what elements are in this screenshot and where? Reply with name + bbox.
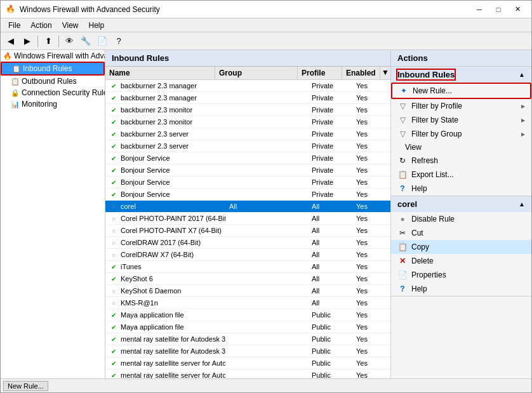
tree-outbound-label: Outbound Rules bbox=[22, 77, 77, 86]
filter-profile-action[interactable]: ▽ Filter by Profile bbox=[391, 99, 531, 113]
row-profile: All bbox=[308, 249, 352, 260]
inbound-rules-actions-header: Inbound Rules ▲ bbox=[391, 67, 531, 83]
export-list-action[interactable]: 📋 Export List... bbox=[391, 168, 531, 182]
table-row[interactable]: ○ corel All All Yes bbox=[105, 201, 390, 213]
row-status-icon: ○ bbox=[109, 202, 118, 211]
toolbar-properties[interactable]: 🔧 bbox=[78, 34, 93, 49]
minimize-button[interactable]: ─ bbox=[470, 3, 488, 16]
table-row[interactable]: ✔ Maya application file Public Yes bbox=[105, 321, 390, 333]
delete-action[interactable]: ✕ Delete bbox=[391, 254, 531, 268]
new-rule-label: New Rule... bbox=[413, 86, 452, 95]
row-status-icon: ✔ bbox=[109, 81, 118, 90]
row-status-icon: ✔ bbox=[109, 274, 118, 283]
inbound-collapse-toggle[interactable]: ▲ bbox=[519, 71, 525, 78]
table-row[interactable]: ✔ Maya application file Public Yes bbox=[105, 309, 390, 321]
row-enabled: Yes bbox=[352, 225, 390, 236]
table-row[interactable]: ✔ mental ray satellite server for Autode… bbox=[105, 357, 390, 370]
table-row[interactable]: ✔ backburner 2.3 server Private Yes bbox=[105, 128, 390, 140]
filter-state-action[interactable]: ▽ Filter by State bbox=[391, 113, 531, 127]
disable-rule-action[interactable]: ● Disable Rule bbox=[391, 212, 531, 226]
table-row[interactable]: ○ KeyShot 6 Daemon All Yes bbox=[105, 285, 390, 297]
table-row[interactable]: ✔ iTunes All Yes bbox=[105, 261, 390, 273]
table-row[interactable]: ✔ Bonjour Service Private Yes bbox=[105, 152, 390, 164]
toolbar-up[interactable]: ⬆ bbox=[41, 34, 56, 49]
table-row[interactable]: ○ KMS-R@1n All Yes bbox=[105, 297, 390, 309]
col-profile[interactable]: Profile bbox=[298, 67, 342, 79]
maximize-button[interactable]: □ bbox=[489, 3, 507, 16]
filter-group-icon: ▽ bbox=[397, 129, 408, 139]
row-name: ○ KeyShot 6 Daemon bbox=[105, 285, 225, 296]
copy-label: Copy bbox=[411, 243, 429, 251]
filter-group-action[interactable]: ▽ Filter by Group bbox=[391, 127, 531, 141]
copy-action[interactable]: 📋 Copy bbox=[391, 240, 531, 254]
table-row[interactable]: ✔ KeyShot 6 All Yes bbox=[105, 273, 390, 285]
close-button[interactable]: ✕ bbox=[509, 3, 526, 16]
corel-title: corel bbox=[397, 199, 417, 209]
menu-view[interactable]: View bbox=[57, 20, 84, 31]
tree-item-monitoring[interactable]: 📊 Monitoring bbox=[1, 98, 105, 110]
table-row[interactable]: ✔ backburner 2.3 monitor Private Yes bbox=[105, 104, 390, 116]
row-name: ○ Corel PHOTO-PAINT X7 (64-Bit) bbox=[105, 225, 225, 236]
table-row[interactable]: ✔ mental ray satellite for Autodesk 3ds … bbox=[105, 333, 390, 345]
row-name: ✔ Bonjour Service bbox=[105, 164, 225, 176]
table-row[interactable]: ✔ backburner 2.3 monitor Private Yes bbox=[105, 116, 390, 128]
table-row[interactable]: ✔ Bonjour Service Private Yes bbox=[105, 164, 390, 177]
actions-section: Actions bbox=[391, 50, 531, 67]
table-row[interactable]: ○ CorelDRAW 2017 (64-Bit) All Yes bbox=[105, 237, 390, 249]
menu-help[interactable]: Help bbox=[84, 20, 110, 31]
disable-label: Disable Rule bbox=[411, 215, 455, 223]
col-enabled[interactable]: Enabled bbox=[342, 67, 380, 79]
cut-action[interactable]: ✂ Cut bbox=[391, 226, 531, 240]
table-row[interactable]: ✔ mental ray satellite server for Autode… bbox=[105, 370, 390, 378]
row-profile: Public bbox=[308, 345, 352, 357]
delete-label: Delete bbox=[411, 256, 434, 265]
help-corel-action[interactable]: ? Help bbox=[391, 282, 531, 296]
row-name: ✔ mental ray satellite for Autodesk 3ds … bbox=[105, 333, 225, 345]
row-status-icon: ○ bbox=[109, 286, 118, 295]
view-label: View bbox=[405, 143, 422, 152]
toolbar-help[interactable]: ? bbox=[111, 34, 126, 49]
col-group[interactable]: Group bbox=[215, 67, 298, 79]
corel-collapse-toggle[interactable]: ▲ bbox=[519, 201, 525, 208]
row-name: ○ CorelDRAW X7 (64-Bit) bbox=[105, 249, 225, 260]
table-row[interactable]: ○ CorelDRAW X7 (64-Bit) All Yes bbox=[105, 249, 390, 261]
help-inbound-action[interactable]: ? Help bbox=[391, 182, 531, 196]
menu-file[interactable]: File bbox=[3, 20, 25, 31]
row-profile: Private bbox=[308, 116, 352, 128]
table-row[interactable]: ✔ backburner 2.3 manager Private Yes bbox=[105, 92, 390, 104]
tree-item-inbound-rules[interactable]: 📋 Inbound Rules bbox=[1, 62, 105, 76]
table-row[interactable]: ✔ backburner 2.3 manager Private Yes bbox=[105, 80, 390, 92]
menu-action[interactable]: Action bbox=[25, 20, 57, 31]
refresh-action[interactable]: ↻ Refresh bbox=[391, 154, 531, 168]
col-name[interactable]: Name bbox=[105, 67, 215, 79]
toolbar: ◀ ▶ ⬆ 👁 🔧 📄 ? bbox=[1, 32, 531, 50]
copy-icon: 📋 bbox=[397, 242, 408, 252]
table-row[interactable]: ✔ Bonjour Service Private Yes bbox=[105, 177, 390, 189]
view-action[interactable]: View bbox=[391, 141, 531, 154]
properties-action[interactable]: 📄 Properties bbox=[391, 268, 531, 282]
table-row[interactable]: ✔ mental ray satellite for Autodesk 3ds … bbox=[105, 345, 390, 357]
row-profile: All bbox=[308, 297, 352, 309]
row-profile: Private bbox=[308, 152, 352, 164]
table-row[interactable]: ○ Corel PHOTO-PAINT 2017 (64-Bit) All Ye… bbox=[105, 213, 390, 225]
new-rule-action[interactable]: ✦ New Rule... bbox=[391, 83, 531, 99]
toolbar-back[interactable]: ◀ bbox=[3, 34, 18, 49]
table-row[interactable]: ✔ Bonjour Service Private Yes bbox=[105, 189, 390, 201]
row-enabled: Yes bbox=[352, 140, 390, 152]
tree-item-connection-security[interactable]: 🔒 Connection Security Rules bbox=[1, 87, 105, 98]
table-row[interactable]: ✔ backburner 2.3 server Private Yes bbox=[105, 140, 390, 152]
tree-outbound-icon: 📋 bbox=[11, 77, 20, 86]
row-profile: All bbox=[308, 285, 352, 296]
tree-root[interactable]: 🔥 Windows Firewall with Advance... bbox=[1, 50, 105, 62]
status-new-rule[interactable]: New Rule... bbox=[3, 381, 48, 391]
toolbar-separator bbox=[37, 36, 38, 47]
table-row[interactable]: ○ Corel PHOTO-PAINT X7 (64-Bit) All Yes bbox=[105, 225, 390, 237]
row-enabled: Yes bbox=[352, 128, 390, 140]
row-group bbox=[225, 177, 308, 188]
toolbar-new[interactable]: 📄 bbox=[95, 34, 110, 49]
corel-section: corel ▲ ● Disable Rule ✂ Cut 📋 Copy ✕ bbox=[391, 196, 531, 296]
tree-item-outbound-rules[interactable]: 📋 Outbound Rules bbox=[1, 76, 105, 87]
toolbar-forward[interactable]: ▶ bbox=[20, 34, 35, 49]
row-enabled: Yes bbox=[352, 116, 390, 128]
toolbar-show-hide[interactable]: 👁 bbox=[62, 34, 77, 49]
